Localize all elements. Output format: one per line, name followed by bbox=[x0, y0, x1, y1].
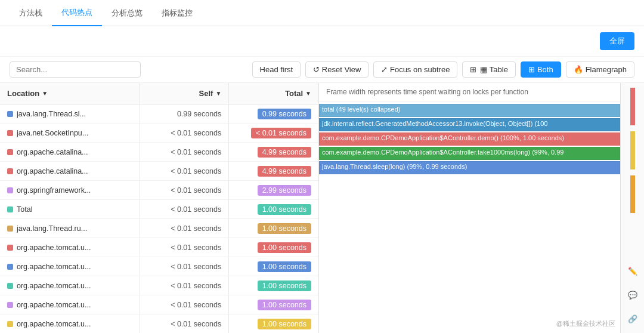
focus-subtree-button[interactable]: ⤢ Focus on subtree bbox=[373, 61, 457, 78]
row-color-dot bbox=[7, 226, 13, 232]
total-badge: 2.99 seconds bbox=[258, 185, 311, 196]
nav-item-metrics[interactable]: 指标监控 bbox=[152, 0, 202, 26]
flamegraph-label: Flamegraph bbox=[586, 65, 627, 74]
cell-location: org.apache.catalina... bbox=[0, 162, 140, 180]
sort-self-icon: ▼ bbox=[215, 90, 221, 97]
location-text: org.springframework... bbox=[17, 186, 91, 195]
flame-content[interactable]: total (49 level(s) collapsed)jdk.interna… bbox=[319, 101, 620, 333]
both-button[interactable]: ⊞ Both bbox=[521, 61, 561, 78]
location-text: java.net.SocketInpu... bbox=[17, 129, 88, 137]
location-text: org.apache.catalina... bbox=[17, 148, 88, 156]
cell-self: < 0.01 seconds bbox=[140, 257, 230, 276]
table-body: java.lang.Thread.sl... 0.99 seconds 0.99… bbox=[0, 104, 318, 333]
cell-total: 2.99 seconds bbox=[229, 181, 318, 199]
cell-total: 0.99 seconds bbox=[229, 104, 318, 123]
cell-self: < 0.01 seconds bbox=[140, 200, 230, 218]
table-row[interactable]: org.apache.tomcat.u... < 0.01 seconds 1.… bbox=[0, 314, 318, 333]
col-header-self[interactable]: Self ▼ bbox=[140, 83, 230, 104]
flame-block[interactable]: jdk.internal.reflect.GeneratedMethodAcce… bbox=[319, 118, 620, 131]
total-badge: 4.99 seconds bbox=[258, 147, 311, 158]
total-badge: < 0.01 seconds bbox=[251, 128, 311, 138]
table-row[interactable]: org.springframework... < 0.01 seconds 2.… bbox=[0, 181, 318, 200]
row-color-dot bbox=[7, 168, 13, 174]
cell-self: < 0.01 seconds bbox=[140, 314, 230, 333]
table-row[interactable]: org.apache.tomcat.u... < 0.01 seconds 1.… bbox=[0, 276, 318, 295]
row-color-dot bbox=[7, 187, 13, 193]
cell-total: < 0.01 seconds bbox=[229, 124, 318, 142]
total-badge: 1.00 seconds bbox=[258, 204, 311, 215]
table-row[interactable]: java.net.SocketInpu... < 0.01 seconds < … bbox=[0, 124, 318, 143]
cell-total: 4.99 seconds bbox=[229, 143, 318, 161]
row-color-dot bbox=[7, 206, 13, 212]
flame-block[interactable]: total (49 level(s) collapsed) bbox=[319, 104, 620, 117]
flame-block[interactable]: com.example.demo.CPDemoApplication$ACont… bbox=[319, 132, 620, 146]
table-row[interactable]: java.lang.Thread.ru... < 0.01 seconds 1.… bbox=[0, 219, 318, 238]
col-header-total[interactable]: Total ▼ bbox=[229, 83, 318, 104]
location-text: java.lang.Thread.ru... bbox=[17, 224, 87, 233]
flame-block[interactable]: java.lang.Thread.sleep(long) (99%, 0.99 … bbox=[319, 161, 620, 174]
total-badge: 1.00 seconds bbox=[258, 319, 311, 329]
cell-location: org.apache.tomcat.u... bbox=[0, 276, 140, 295]
table-row[interactable]: org.apache.tomcat.u... < 0.01 seconds 1.… bbox=[0, 238, 318, 257]
table-row[interactable]: org.apache.catalina... < 0.01 seconds 4.… bbox=[0, 162, 318, 181]
cell-total: 1.00 seconds bbox=[229, 314, 318, 333]
location-text: org.apache.tomcat.u... bbox=[17, 301, 91, 309]
cell-self: < 0.01 seconds bbox=[140, 238, 230, 257]
nav-item-methods[interactable]: 方法栈 bbox=[10, 0, 52, 26]
controls-bar: Head first ↺ Reset View ⤢ Focus on subtr… bbox=[0, 57, 644, 83]
head-first-button[interactable]: Head first bbox=[252, 61, 301, 78]
content-area: Location ▼ Self ▼ Total ▼ java.lang.Thre… bbox=[0, 83, 644, 333]
row-color-dot bbox=[7, 283, 13, 289]
sort-total-icon: ▼ bbox=[305, 90, 311, 97]
total-badge: 0.99 seconds bbox=[258, 109, 311, 119]
row-color-dot bbox=[7, 302, 13, 308]
nav-item-analysis[interactable]: 分析总览 bbox=[102, 0, 152, 26]
reset-view-button[interactable]: ↺ Reset View bbox=[305, 61, 369, 78]
search-input[interactable] bbox=[10, 61, 141, 78]
table-button[interactable]: ⊞ ▦ Table bbox=[462, 61, 515, 78]
fullscreen-button[interactable]: 全屏 bbox=[600, 32, 634, 50]
total-badge: 1.00 seconds bbox=[258, 223, 311, 234]
table-icon: ⊞ bbox=[470, 65, 476, 74]
cell-total: 1.00 seconds bbox=[229, 200, 318, 218]
cell-self: < 0.01 seconds bbox=[140, 219, 230, 238]
flame-icon: 🔥 bbox=[574, 65, 583, 74]
row-color-dot bbox=[7, 321, 13, 327]
side-tools: ✏️ 💬 🔗 bbox=[620, 83, 644, 333]
row-color-dot bbox=[7, 245, 13, 251]
table-header: Location ▼ Self ▼ Total ▼ bbox=[0, 83, 318, 104]
flame-panel: Frame width represents time spent waitin… bbox=[319, 83, 620, 333]
both-label: Both bbox=[537, 65, 553, 74]
cell-total: 1.00 seconds bbox=[229, 257, 318, 276]
table-row[interactable]: org.apache.tomcat.u... < 0.01 seconds 1.… bbox=[0, 257, 318, 276]
comment-icon[interactable]: 💬 bbox=[623, 285, 642, 304]
row-color-dot bbox=[7, 149, 13, 155]
cell-location: java.lang.Thread.ru... bbox=[0, 219, 140, 238]
total-badge: 1.00 seconds bbox=[258, 261, 311, 272]
cell-location: java.net.SocketInpu... bbox=[0, 124, 140, 142]
table-row[interactable]: org.apache.catalina... < 0.01 seconds 4.… bbox=[0, 143, 318, 162]
edit-icon[interactable]: ✏️ bbox=[623, 261, 642, 280]
flamegraph-button[interactable]: 🔥 Flamegraph bbox=[566, 61, 634, 78]
share-icon[interactable]: 🔗 bbox=[623, 309, 642, 328]
cell-location: org.apache.tomcat.u... bbox=[0, 314, 140, 333]
table-row[interactable]: org.apache.tomcat.u... < 0.01 seconds 1.… bbox=[0, 295, 318, 314]
both-icon: ⊞ bbox=[528, 65, 535, 74]
flame-block[interactable]: com.example.demo.CPDemoApplication$ACont… bbox=[319, 147, 620, 160]
location-text: org.apache.catalina... bbox=[17, 167, 88, 175]
toolbar: 全屏 bbox=[0, 26, 644, 57]
cell-location: org.springframework... bbox=[0, 181, 140, 199]
cell-location: org.apache.tomcat.u... bbox=[0, 257, 140, 276]
cell-self: < 0.01 seconds bbox=[140, 124, 230, 142]
table-row[interactable]: java.lang.Thread.sl... 0.99 seconds 0.99… bbox=[0, 104, 318, 124]
cell-total: 4.99 seconds bbox=[229, 162, 318, 180]
table-label: ▦ Table bbox=[480, 65, 507, 74]
location-text: org.apache.tomcat.u... bbox=[17, 263, 91, 271]
total-badge: 4.99 seconds bbox=[258, 166, 311, 177]
table-row[interactable]: Total < 0.01 seconds 1.00 seconds bbox=[0, 200, 318, 219]
cell-self: 0.99 seconds bbox=[140, 104, 230, 123]
watermark: @稀土掘金技术社区 bbox=[556, 319, 615, 328]
cell-self: < 0.01 seconds bbox=[140, 295, 230, 314]
col-header-location[interactable]: Location ▼ bbox=[0, 83, 140, 104]
nav-item-hotspot[interactable]: 代码热点 bbox=[52, 0, 102, 26]
